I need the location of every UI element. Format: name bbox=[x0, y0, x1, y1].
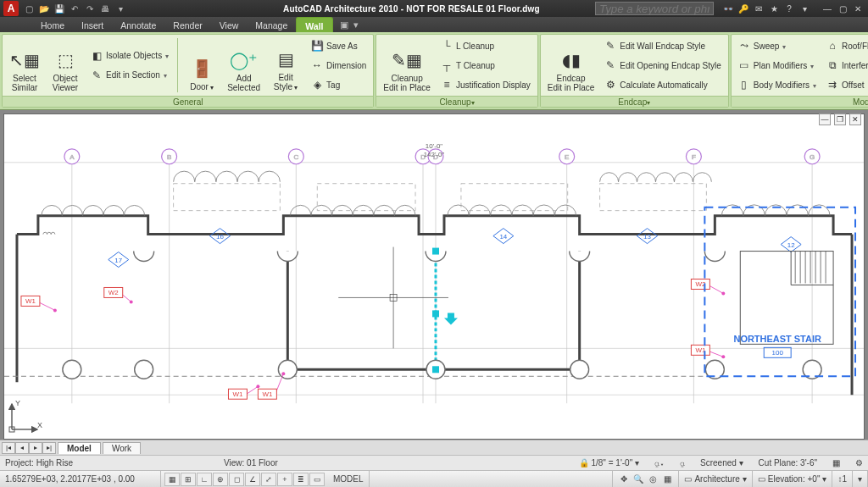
otrack-toggle[interactable]: ∠ bbox=[245, 473, 260, 486]
tab-last-button[interactable]: ▸| bbox=[42, 442, 56, 454]
display-config[interactable]: Screened ▾ bbox=[700, 458, 743, 468]
tab-wall[interactable]: Wall bbox=[296, 17, 332, 32]
elevation-readout[interactable]: ▭ Elevation: +0" ▾ bbox=[753, 471, 833, 487]
edit-style-button[interactable]: ▤ Edit Style bbox=[267, 36, 304, 94]
vp-restore-button[interactable]: ❐ bbox=[834, 113, 846, 125]
edit-opening-endcap-button[interactable]: ✎Edit Opening Endcap Style bbox=[601, 56, 725, 75]
replace-z-icon[interactable]: ↕1 bbox=[832, 471, 853, 487]
new-icon[interactable]: ▢ bbox=[22, 2, 36, 15]
svg-text:W1: W1 bbox=[25, 297, 36, 305]
save-as-button[interactable]: 💾Save As bbox=[308, 36, 370, 55]
open-icon[interactable]: 📂 bbox=[37, 2, 51, 15]
object-viewer-button[interactable]: ⬚ Object Viewer bbox=[47, 36, 84, 94]
panel-label-endcap[interactable]: Endcap bbox=[541, 96, 728, 107]
door-button[interactable]: 🚪 Door bbox=[183, 36, 220, 94]
ducs-toggle[interactable]: ⤢ bbox=[261, 473, 276, 486]
layout-tab-work[interactable]: Work bbox=[103, 442, 141, 454]
svg-text:100: 100 bbox=[772, 349, 784, 357]
body-modifiers-button[interactable]: ▯Body Modifiers bbox=[735, 75, 820, 94]
save-icon[interactable]: 💾 bbox=[53, 2, 66, 15]
body-icon: ▯ bbox=[738, 79, 750, 91]
select-similar-button[interactable]: ↖▦ Select Similar bbox=[6, 36, 43, 94]
tab-first-button[interactable]: |◂ bbox=[2, 442, 15, 454]
justification-button[interactable]: ≡Justification Display bbox=[437, 75, 534, 94]
binoculars-icon[interactable]: 👓 bbox=[722, 3, 734, 14]
panel-label-cleanup[interactable]: Cleanup bbox=[376, 96, 537, 107]
edit-in-section-button[interactable]: ✎Edit in Section bbox=[87, 66, 172, 85]
discipline-readout[interactable]: ▭ Architecture ▾ bbox=[679, 471, 752, 487]
t-cleanup-button[interactable]: ┬T Cleanup bbox=[437, 56, 534, 75]
showmotion-icon[interactable]: ▦ bbox=[661, 473, 673, 485]
tab-home[interactable]: Home bbox=[32, 17, 73, 32]
tab-next-button[interactable]: ▸ bbox=[29, 442, 42, 454]
cut-plane[interactable]: Cut Plane: 3'-6" bbox=[759, 458, 817, 468]
annovis-icon[interactable]: ⍶ bbox=[680, 458, 685, 468]
plan-modifiers-button[interactable]: ▭Plan Modifiers bbox=[735, 56, 820, 75]
ortho-toggle[interactable]: ∟ bbox=[197, 473, 212, 486]
gear-icon[interactable]: ⚙ bbox=[855, 458, 863, 468]
vp-close-button[interactable]: ✕ bbox=[849, 113, 861, 125]
zoom-icon[interactable]: 🔍 bbox=[632, 473, 644, 485]
app-menu-button[interactable]: A bbox=[3, 1, 19, 16]
tray-icon[interactable]: ▾ bbox=[853, 471, 868, 487]
lwt-toggle[interactable]: ≣ bbox=[293, 473, 309, 486]
minimize-button[interactable]: — bbox=[821, 3, 834, 14]
sweep-icon: ⤳ bbox=[738, 40, 750, 52]
infocenter-search[interactable] bbox=[595, 2, 714, 15]
grid-toggle[interactable]: ⊞ bbox=[181, 473, 196, 486]
calc-auto-button[interactable]: ⚙Calculate Automatically bbox=[601, 75, 725, 94]
interference-button[interactable]: ⧉Interference bbox=[823, 56, 868, 75]
edit-wall-endcap-button[interactable]: ✎Edit Wall Endcap Style bbox=[601, 36, 725, 55]
annoscale-icon[interactable]: ⍶▾ bbox=[654, 458, 665, 468]
modelspace-button[interactable]: MODEL bbox=[328, 471, 370, 487]
isolate-icon: ◧ bbox=[91, 50, 103, 62]
drawing-canvas[interactable]: ABCDDEFG 10'-0" 142'-0" bbox=[3, 113, 865, 440]
roof-floor-button[interactable]: ⌂Roof/Floor Line bbox=[823, 36, 868, 55]
panel-label-modify[interactable]: Modify bbox=[732, 96, 868, 107]
pan-icon[interactable]: ✥ bbox=[618, 473, 630, 485]
tab-view[interactable]: View bbox=[211, 17, 248, 32]
close-button[interactable]: ✕ bbox=[851, 3, 865, 14]
qp-toggle[interactable]: ▭ bbox=[309, 473, 325, 486]
help-icon[interactable]: ? bbox=[783, 3, 795, 14]
sweep-button[interactable]: ⤳Sweep bbox=[735, 36, 820, 55]
tab-render[interactable]: Render bbox=[164, 17, 210, 32]
add-selected-button[interactable]: ◯⁺ Add Selected bbox=[224, 36, 264, 94]
polar-toggle[interactable]: ⊕ bbox=[213, 473, 228, 486]
coord-readout[interactable]: 1.65279E+03, 2.20177E+03 , 0.00 bbox=[0, 471, 161, 487]
l-cleanup-button[interactable]: └L Cleanup bbox=[437, 36, 534, 55]
vp-minimize-button[interactable]: — bbox=[819, 113, 831, 125]
chevron-down-icon[interactable]: ▾ bbox=[798, 3, 810, 14]
ribbon-min-icon[interactable]: ▾ bbox=[353, 19, 359, 30]
cleanup-edit-button[interactable]: ✎▦ Cleanup Edit in Place bbox=[380, 36, 434, 94]
tab-annotate[interactable]: Annotate bbox=[112, 17, 164, 32]
tag-button[interactable]: ◈Tag bbox=[308, 75, 370, 94]
print-icon[interactable]: 🖶 bbox=[98, 2, 112, 15]
tab-prev-button[interactable]: ◂ bbox=[15, 442, 29, 454]
comm-center-icon[interactable]: ✉ bbox=[753, 3, 765, 14]
svg-point-55 bbox=[256, 385, 259, 388]
snap-toggle[interactable]: ▦ bbox=[164, 473, 180, 486]
maximize-button[interactable]: ▢ bbox=[836, 3, 849, 14]
focus-icon[interactable]: ▣ bbox=[340, 19, 348, 30]
aecunits-icon[interactable]: ▦ bbox=[832, 458, 840, 468]
isolate-objects-button[interactable]: ◧Isolate Objects bbox=[87, 47, 172, 65]
panel-label-general[interactable]: General bbox=[3, 96, 373, 107]
dyn-toggle[interactable]: + bbox=[277, 473, 292, 486]
layout-tab-model[interactable]: Model bbox=[58, 442, 101, 454]
tab-manage[interactable]: Manage bbox=[247, 17, 296, 32]
redo-icon[interactable]: ↷ bbox=[83, 2, 97, 15]
favorites-icon[interactable]: ★ bbox=[768, 3, 780, 14]
tab-insert[interactable]: Insert bbox=[73, 17, 112, 32]
key-icon[interactable]: 🔑 bbox=[737, 3, 749, 14]
osnap-toggle[interactable]: ◻ bbox=[229, 473, 244, 486]
qat-dropdown-icon[interactable]: ▾ bbox=[114, 2, 127, 15]
t-icon: ┬ bbox=[441, 59, 453, 71]
svg-text:Y: Y bbox=[15, 399, 20, 407]
offset-button[interactable]: ⇉Offset bbox=[823, 75, 868, 94]
scale-readout[interactable]: 🔒 1/8" = 1'-0" ▾ bbox=[579, 458, 639, 468]
endcap-edit-button[interactable]: ◖▮ Endcap Edit in Place bbox=[544, 36, 598, 94]
steering-icon[interactable]: ◎ bbox=[647, 473, 659, 485]
dimension-button[interactable]: ↔Dimension bbox=[308, 56, 370, 75]
undo-icon[interactable]: ↶ bbox=[68, 2, 81, 15]
